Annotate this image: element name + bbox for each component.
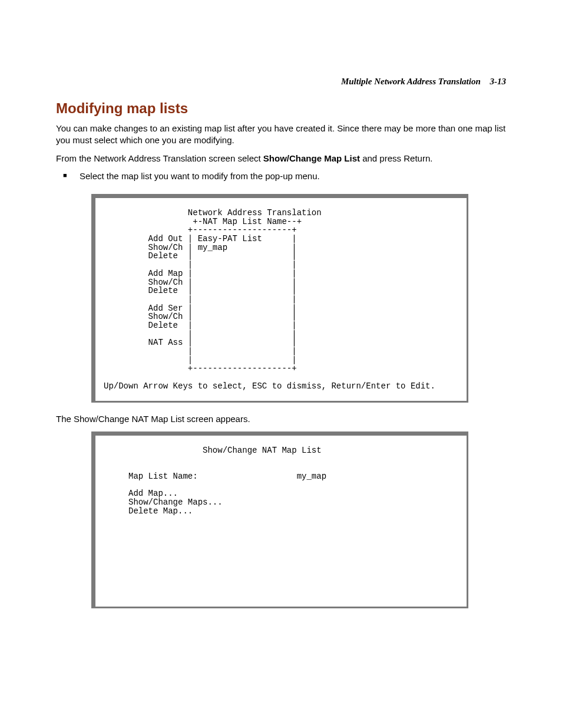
step-prefix: From the Network Address Translation scr… <box>56 153 263 163</box>
terminal-screen-2: Show/Change NAT Map List Map List Name: … <box>91 431 468 608</box>
section-heading: Modifying map lists <box>56 100 506 117</box>
mid-paragraph: The Show/Change NAT Map List screen appe… <box>56 413 506 425</box>
running-header: Multiple Network Address Translation 3-1… <box>341 77 506 87</box>
chapter-title: Multiple Network Address Translation <box>341 77 481 86</box>
step-bold: Show/Change Map List <box>263 153 360 163</box>
document-page: Multiple Network Address Translation 3-1… <box>0 0 562 728</box>
terminal-screen-1: Network Address Translation +-NAT Map Li… <box>91 194 468 403</box>
step-suffix: and press Return. <box>360 153 432 163</box>
bullet-list: Select the map list you want to modify f… <box>63 170 506 182</box>
bullet-item: Select the map list you want to modify f… <box>63 170 506 182</box>
page-number: 3-13 <box>490 77 507 86</box>
intro-paragraph: You can make changes to an existing map … <box>56 123 506 147</box>
step-paragraph: From the Network Address Translation scr… <box>56 153 506 164</box>
